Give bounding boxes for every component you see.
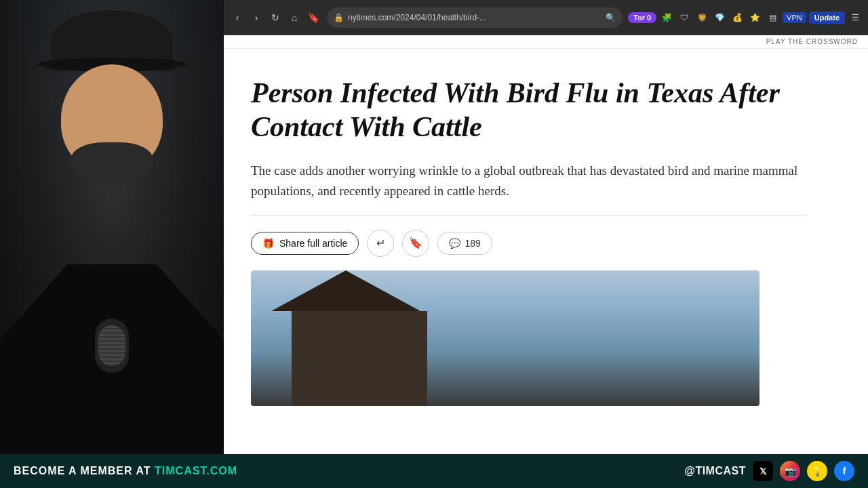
- facebook-icon[interactable]: f: [834, 461, 854, 481]
- forward-button[interactable]: ›: [248, 9, 264, 26]
- social-handle: @TIMCAST: [684, 465, 746, 477]
- shield-icon[interactable]: 🛡: [677, 10, 692, 25]
- crypto-icon[interactable]: 💎: [712, 10, 727, 25]
- social-links: @TIMCAST 𝕏 📷 💡 f: [684, 461, 854, 481]
- star-icon[interactable]: ⭐: [747, 10, 762, 25]
- url-text: nytimes.com/2024/04/01/health/bird-...: [348, 13, 601, 22]
- instagram-icon[interactable]: 📷: [780, 461, 800, 481]
- share-arrow-icon: ↵: [376, 237, 385, 249]
- barn-body: [292, 311, 427, 406]
- wallet-icon[interactable]: 💰: [730, 10, 745, 25]
- cta-prefix: BECOME A MEMBER AT: [14, 465, 155, 476]
- gift-icon: 🎁: [262, 238, 274, 249]
- instagram-label: 📷: [785, 466, 796, 476]
- toolbar-icons: Tor 0 🧩 🛡 🦁 💎 💰 ⭐ ▤ VPN Update ☰: [628, 10, 863, 25]
- barn-roof: [271, 270, 420, 311]
- save-button[interactable]: 🔖: [402, 230, 429, 257]
- tor-count: 0: [647, 14, 651, 22]
- x-label: 𝕏: [760, 466, 766, 476]
- tor-button[interactable]: Tor 0: [628, 12, 656, 23]
- search-icon: 🔍: [606, 13, 616, 22]
- home-button[interactable]: ⌂: [286, 9, 302, 26]
- microphone: [92, 319, 132, 400]
- article-divider: [251, 216, 807, 216]
- share-full-article-button[interactable]: 🎁 Share full article: [251, 232, 359, 255]
- article-image: [251, 270, 760, 406]
- refresh-button[interactable]: ↻: [267, 9, 283, 26]
- article-actions: 🎁 Share full article ↵ 🔖 💬 189: [251, 230, 807, 257]
- back-button[interactable]: ‹: [229, 9, 245, 26]
- browser-content: PLAY THE CROSSWORD Person Infected With …: [224, 35, 868, 454]
- x-social-icon[interactable]: 𝕏: [753, 461, 773, 481]
- webcam-panel: [0, 0, 224, 454]
- extensions-icon[interactable]: 🧩: [659, 10, 674, 25]
- update-button[interactable]: Update: [809, 12, 845, 24]
- address-bar[interactable]: 🔒 nytimes.com/2024/04/01/health/bird-...…: [327, 7, 623, 28]
- lightbulb-label: 💡: [812, 466, 823, 476]
- play-crossword-link[interactable]: PLAY THE CROSSWORD: [766, 38, 858, 45]
- article-area: Person Infected With Bird Flu in Texas A…: [224, 49, 834, 420]
- article-title: Person Infected With Bird Flu in Texas A…: [251, 76, 807, 144]
- vpn-button[interactable]: VPN: [783, 12, 806, 23]
- brave-icon[interactable]: 🦁: [694, 10, 709, 25]
- lock-icon: 🔒: [334, 13, 344, 22]
- browser-chrome: ‹ › ↻ ⌂ 🔖 🔒 nytimes.com/2024/04/01/healt…: [224, 0, 868, 35]
- cta-site[interactable]: TIMCAST.COM: [155, 465, 237, 476]
- share-icon-button[interactable]: ↵: [367, 230, 394, 257]
- menu-icon[interactable]: ☰: [848, 10, 863, 25]
- comments-count: 189: [465, 238, 480, 249]
- bottom-bar: BECOME A MEMBER AT TIMCAST.COM @TIMCAST …: [0, 454, 868, 488]
- become-member-cta: BECOME A MEMBER AT TIMCAST.COM: [14, 465, 237, 477]
- comments-button[interactable]: 💬 189: [437, 232, 492, 255]
- share-label: Share full article: [279, 238, 347, 249]
- beard-shape: [71, 142, 153, 183]
- top-bar: PLAY THE CROSSWORD: [224, 35, 868, 49]
- article-subtitle: The case adds another worrying wrinkle t…: [251, 161, 807, 202]
- tor-label: Tor: [633, 14, 645, 22]
- bookmark-save-icon: 🔖: [409, 237, 422, 249]
- sidebar-icon[interactable]: ▤: [765, 10, 780, 25]
- lightbulb-icon[interactable]: 💡: [807, 461, 827, 481]
- facebook-label: f: [843, 466, 846, 476]
- bookmark-button[interactable]: 🔖: [305, 9, 321, 26]
- comment-icon: 💬: [449, 238, 460, 249]
